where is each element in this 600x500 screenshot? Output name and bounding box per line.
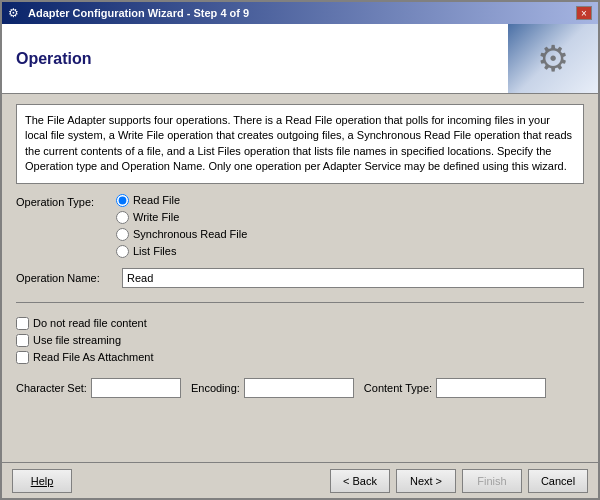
checkbox-read-attachment[interactable]: Read File As Attachment: [16, 351, 584, 364]
window-title: Adapter Configuration Wizard - Step 4 of…: [28, 7, 249, 19]
header-section: Operation ⚙: [2, 24, 598, 94]
checkbox-file-streaming[interactable]: Use file streaming: [16, 334, 584, 347]
encoding-row: Character Set: Encoding: Content Type:: [16, 378, 584, 398]
cancel-button[interactable]: Cancel: [528, 469, 588, 493]
radio-sync-read-file-input[interactable]: [116, 228, 129, 241]
content-type-input[interactable]: [436, 378, 546, 398]
window-icon: ⚙: [8, 6, 22, 20]
radio-read-file-label: Read File: [133, 194, 180, 206]
character-set-group: Character Set:: [16, 378, 181, 398]
divider-1: [16, 302, 584, 303]
footer: Help < Back Next > Finish Cancel: [2, 462, 598, 498]
encoding-group: Encoding:: [191, 378, 354, 398]
checkbox-read-attachment-label: Read File As Attachment: [33, 351, 153, 363]
title-bar-left: ⚙ Adapter Configuration Wizard - Step 4 …: [8, 6, 249, 20]
checkbox-no-read-input[interactable]: [16, 317, 29, 330]
radio-list-files-input[interactable]: [116, 245, 129, 258]
header-image: ⚙: [508, 24, 598, 93]
close-button[interactable]: ×: [576, 6, 592, 20]
radio-group: Operation Type: Read File Write File: [16, 194, 584, 258]
radio-sync-read-file[interactable]: Synchronous Read File: [116, 228, 247, 241]
radio-options: Read File Write File Synchronous Read Fi…: [116, 194, 247, 258]
checkbox-file-streaming-input[interactable]: [16, 334, 29, 347]
radio-write-file-input[interactable]: [116, 211, 129, 224]
gear-icon: ⚙: [537, 38, 569, 80]
description-box: The File Adapter supports four operation…: [16, 104, 584, 184]
header-text-area: Operation: [2, 24, 508, 93]
operation-type-section: Operation Type: Read File Write File: [16, 194, 584, 258]
next-button[interactable]: Next >: [396, 469, 456, 493]
footer-left: Help: [12, 469, 330, 493]
character-set-label: Character Set:: [16, 382, 87, 394]
footer-right: < Back Next > Finish Cancel: [330, 469, 588, 493]
content-type-label: Content Type:: [364, 382, 432, 394]
checkbox-no-read[interactable]: Do not read file content: [16, 317, 584, 330]
radio-sync-read-file-label: Synchronous Read File: [133, 228, 247, 240]
help-button[interactable]: Help: [12, 469, 72, 493]
encoding-label: Encoding:: [191, 382, 240, 394]
operation-name-label: Operation Name:: [16, 272, 116, 284]
description-text: The File Adapter supports four operation…: [25, 114, 572, 172]
radio-read-file[interactable]: Read File: [116, 194, 247, 207]
back-button[interactable]: < Back: [330, 469, 390, 493]
operation-name-row: Operation Name:: [16, 268, 584, 288]
radio-list-files-label: List Files: [133, 245, 176, 257]
radio-read-file-input[interactable]: [116, 194, 129, 207]
main-body: The File Adapter supports four operation…: [2, 94, 598, 462]
character-set-input[interactable]: [91, 378, 181, 398]
checkbox-section: Do not read file content Use file stream…: [16, 317, 584, 364]
wizard-window: ⚙ Adapter Configuration Wizard - Step 4 …: [0, 0, 600, 500]
finish-button[interactable]: Finish: [462, 469, 522, 493]
checkbox-file-streaming-label: Use file streaming: [33, 334, 121, 346]
title-bar: ⚙ Adapter Configuration Wizard - Step 4 …: [2, 2, 598, 24]
checkbox-no-read-label: Do not read file content: [33, 317, 147, 329]
checkbox-read-attachment-input[interactable]: [16, 351, 29, 364]
radio-write-file-label: Write File: [133, 211, 179, 223]
page-title: Operation: [16, 50, 92, 68]
content-area: Operation ⚙ The File Adapter supports fo…: [2, 24, 598, 498]
radio-write-file[interactable]: Write File: [116, 211, 247, 224]
encoding-input[interactable]: [244, 378, 354, 398]
operation-type-label: Operation Type:: [16, 194, 116, 208]
content-type-group: Content Type:: [364, 378, 546, 398]
operation-name-input[interactable]: [122, 268, 584, 288]
radio-list-files[interactable]: List Files: [116, 245, 247, 258]
